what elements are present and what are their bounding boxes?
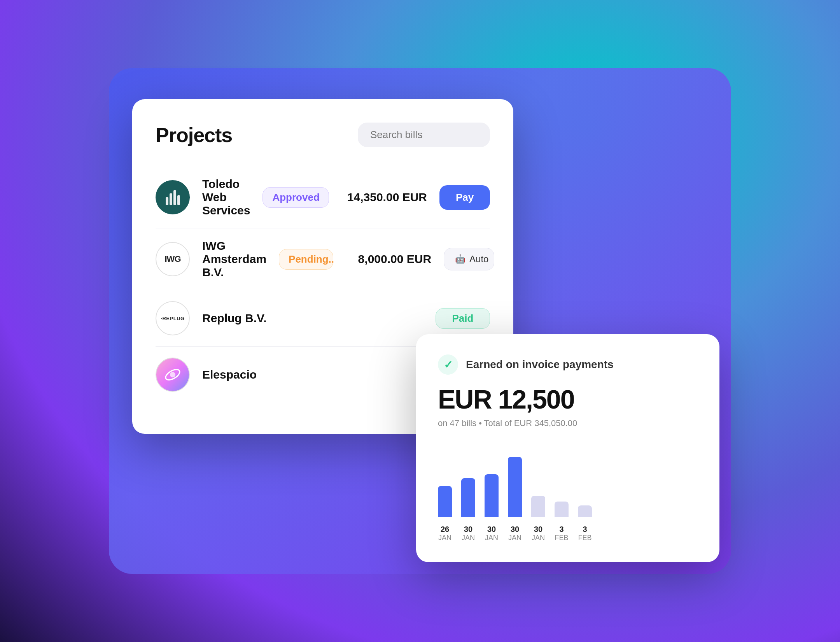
chart-month: JAN <box>438 534 452 542</box>
chart-label-group: 26JAN <box>438 525 452 542</box>
card-header: Projects <box>156 123 490 147</box>
chart-day: 26 <box>441 525 449 534</box>
chart-month: JAN <box>462 534 475 542</box>
auto-button-label: Auto <box>469 254 488 265</box>
company-name: Toledo Web Services <box>202 177 250 217</box>
earnings-card: ✓ Earned on invoice payments EUR 12,500 … <box>416 334 719 562</box>
chart-label-group: 30JAN <box>531 525 545 542</box>
chart-bar <box>578 505 592 517</box>
chart-bar <box>485 474 499 517</box>
earnings-header: ✓ Earned on invoice payments <box>438 354 698 375</box>
chart-day: 30 <box>487 525 496 534</box>
status-badge: Approved <box>262 187 329 208</box>
company-name: Replug B.V. <box>202 312 423 325</box>
avatar <box>156 358 190 392</box>
avatar: ·REPLUG <box>156 301 190 335</box>
list-item: IWG IWG Amsterdam B.V. Pending.. 8,000.0… <box>156 228 490 290</box>
pay-button[interactable]: Pay <box>439 185 490 210</box>
amount: 8,000.00 EUR <box>346 253 431 266</box>
earnings-label: Earned on invoice payments <box>466 358 614 371</box>
chart-day: 30 <box>511 525 519 534</box>
status-badge: Paid <box>436 308 490 329</box>
chart-bar <box>508 457 522 517</box>
amount: 14,350.00 EUR <box>341 191 427 204</box>
chart-label-group: 30JAN <box>485 525 499 542</box>
chart-day: 3 <box>559 525 564 534</box>
auto-button[interactable]: 🤖 Auto <box>444 248 494 270</box>
toledo-logo-icon <box>166 189 180 205</box>
chart-month: JAN <box>485 534 498 542</box>
list-item: Toledo Web Services Approved 14,350.00 E… <box>156 167 490 228</box>
chart-bar <box>555 502 569 517</box>
chart-label-group: 30JAN <box>461 525 475 542</box>
page-title: Projects <box>156 123 232 147</box>
chart-month: FEB <box>555 534 568 542</box>
chart-bar <box>531 496 545 517</box>
earnings-subtitle: on 47 bills • Total of EUR 345,050.00 <box>438 418 698 428</box>
replug-logo-icon: ·REPLUG <box>161 316 184 321</box>
chart-labels: 26JAN30JAN30JAN30JAN30JAN3FEB3FEB <box>438 525 698 542</box>
chart-month: JAN <box>508 534 522 542</box>
chart-label-group: 30JAN <box>508 525 522 542</box>
chart-month: JAN <box>532 534 545 542</box>
chart-day: 30 <box>534 525 542 534</box>
chart-label-group: 3FEB <box>555 525 569 542</box>
chart-day: 30 <box>464 525 472 534</box>
chart-bar <box>438 486 452 517</box>
chart-label-group: 3FEB <box>578 525 592 542</box>
auto-pay-icon: 🤖 <box>455 254 466 264</box>
chart-month: FEB <box>578 534 592 542</box>
bar-chart <box>438 447 698 517</box>
svg-point-1 <box>170 372 175 377</box>
elespacio-logo-icon <box>163 365 182 384</box>
company-name: IWG Amsterdam B.V. <box>202 239 266 279</box>
avatar <box>156 180 190 214</box>
status-badge: Pending.. <box>279 249 333 270</box>
search-input[interactable] <box>358 123 490 147</box>
earnings-amount: EUR 12,500 <box>438 384 698 414</box>
check-circle-icon: ✓ <box>438 354 458 375</box>
avatar: IWG <box>156 242 190 276</box>
company-name: Elespacio <box>202 368 423 381</box>
iwg-logo-icon: IWG <box>165 254 181 264</box>
checkmark-icon: ✓ <box>444 358 453 371</box>
scene-container: Projects Toledo Web Services Approved 14… <box>109 68 731 574</box>
chart-day: 3 <box>583 525 587 534</box>
chart-bar <box>461 478 475 517</box>
